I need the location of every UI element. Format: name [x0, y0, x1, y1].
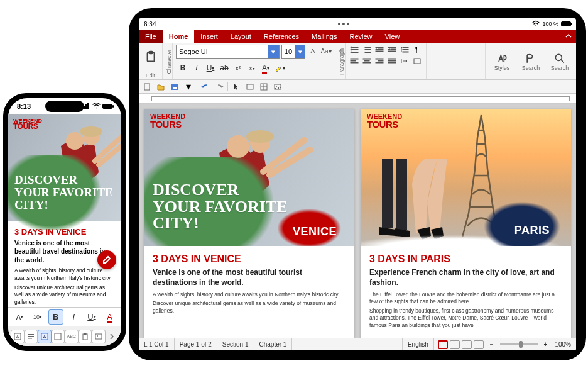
zoom-in-button[interactable]: +: [542, 341, 550, 348]
ribbon-group-paragraph: ¶: [346, 43, 427, 79]
svg-rect-14: [388, 47, 396, 48]
frame-button[interactable]: [52, 330, 65, 343]
tab-review[interactable]: Review: [343, 30, 378, 43]
print-button[interactable]: ▾: [183, 81, 194, 92]
ribbon-group-edit: Edit: [139, 43, 163, 79]
align-left-button[interactable]: [349, 56, 360, 66]
paris-badge: PARIS: [514, 224, 550, 237]
document-page-1: WEEKEND TOURS DISCOVER YOUR FAVORITE CIT…: [144, 109, 354, 338]
edit-fab-button[interactable]: [97, 250, 116, 269]
status-lncol[interactable]: L 1 Col 1: [139, 338, 175, 350]
search-ribbon-button[interactable]: Search: [518, 45, 544, 79]
superscript-button[interactable]: x²: [231, 61, 245, 75]
zoom-slider[interactable]: [500, 343, 538, 345]
italic-button[interactable]: I: [66, 309, 81, 325]
highlight-button[interactable]: ▾: [273, 61, 286, 75]
italic-button[interactable]: I: [190, 61, 204, 75]
paragraph-button[interactable]: [24, 330, 38, 343]
picture-tool-button[interactable]: [272, 81, 283, 92]
status-chapter[interactable]: Chapter 1: [254, 338, 293, 350]
page1-body: 3 DAYS IN VENICE Venice is one of the mo…: [144, 246, 354, 323]
tab-view[interactable]: View: [379, 30, 406, 43]
document-area[interactable]: WEEKEND TOURS DISCOVER YOUR FAVORITE CIT…: [139, 104, 576, 338]
search-glass-button[interactable]: Search: [547, 45, 573, 79]
shrink-font-button[interactable]: [307, 45, 318, 57]
phone-screen: 8:13 WEEKEND: [8, 98, 121, 346]
numbering-button[interactable]: [361, 45, 373, 55]
text-style-button[interactable]: A: [11, 330, 24, 343]
justify-button[interactable]: [386, 56, 398, 66]
status-page[interactable]: Page 1 of 2: [175, 338, 217, 350]
view-mode-normal[interactable]: [438, 340, 448, 349]
svg-rect-26: [376, 59, 383, 59]
view-mode-master[interactable]: [450, 340, 460, 349]
new-doc-button[interactable]: [141, 81, 153, 92]
view-mode-outline[interactable]: [462, 340, 472, 349]
align-right-button[interactable]: [374, 56, 385, 66]
case-button[interactable]: Aa▾: [320, 45, 332, 57]
styles-button[interactable]: Styles: [489, 45, 515, 79]
battery-icon: [561, 21, 571, 26]
redo-button[interactable]: [214, 81, 225, 92]
tab-home[interactable]: Home: [163, 30, 195, 43]
tab-references[interactable]: References: [258, 30, 305, 43]
subscript-button[interactable]: x₂: [245, 61, 259, 75]
phone-document[interactable]: WEEKEND TOURS DISCOVER YOUR FAVORITE CIT…: [8, 114, 121, 307]
svg-rect-51: [87, 103, 89, 109]
venice-badge: VENICE: [293, 225, 337, 238]
paste-button[interactable]: [142, 45, 160, 69]
font-name-select[interactable]: Segoe UI▾: [176, 45, 280, 59]
undo-button[interactable]: [200, 81, 211, 92]
clipboard-button[interactable]: [79, 330, 92, 343]
pilcrow-button[interactable]: ¶: [411, 45, 423, 55]
phone-notch: [45, 101, 84, 112]
phone-time: 8:13: [17, 103, 31, 110]
svg-rect-28: [376, 62, 383, 63]
font-color-button[interactable]: A: [102, 309, 117, 325]
zoom-level[interactable]: 100%: [550, 338, 576, 350]
increase-indent-button[interactable]: [386, 45, 398, 55]
table-tool-button[interactable]: [258, 81, 270, 92]
insert-image-button[interactable]: [92, 330, 106, 343]
underline-button[interactable]: U▾: [204, 61, 217, 75]
open-button[interactable]: [155, 81, 166, 92]
tab-file[interactable]: File: [139, 30, 163, 43]
tab-mailings[interactable]: Mailings: [305, 30, 343, 43]
strikethrough-button[interactable]: ab: [217, 61, 231, 75]
linespacing-button[interactable]: [399, 45, 410, 55]
tab-layout[interactable]: Layout: [224, 30, 258, 43]
svg-rect-58: [28, 336, 34, 337]
svg-rect-29: [388, 59, 396, 59]
svg-rect-8: [365, 47, 371, 48]
bold-button[interactable]: B: [48, 309, 63, 325]
font-color-button[interactable]: A▾: [259, 61, 273, 75]
bullets-button[interactable]: [349, 45, 360, 55]
pointer-tool-button[interactable]: [231, 81, 242, 92]
decrease-indent-button[interactable]: [374, 45, 385, 55]
page1-title: 3 DAYS IN VENICE: [153, 252, 346, 266]
align-center-button[interactable]: [361, 56, 373, 66]
tabs-button[interactable]: [399, 56, 410, 66]
status-section[interactable]: Section 1: [217, 338, 254, 350]
borders-button[interactable]: [411, 56, 423, 66]
insert-object-button[interactable]: [244, 81, 256, 92]
bold-button[interactable]: B: [176, 61, 190, 75]
font-size-button[interactable]: 10▾: [30, 309, 45, 325]
zoom-out-button[interactable]: −: [487, 341, 496, 348]
character-box-button[interactable]: A: [38, 330, 52, 343]
status-language[interactable]: English: [403, 338, 434, 350]
more-tools-button[interactable]: [106, 330, 119, 343]
underline-button[interactable]: U▾: [84, 309, 99, 325]
tablet-device: 6:34 ••• 100 % File Home Insert Layout R…: [129, 8, 586, 360]
collapse-ribbon-button[interactable]: [561, 30, 576, 43]
font-style-button[interactable]: A▾: [12, 309, 27, 325]
svg-rect-50: [85, 104, 87, 109]
horizontal-ruler[interactable]: [139, 94, 576, 104]
view-mode-object[interactable]: [474, 340, 484, 349]
save-button[interactable]: [169, 81, 180, 92]
svg-rect-17: [403, 47, 408, 48]
font-size-select[interactable]: 10▾: [281, 45, 305, 59]
abc-button[interactable]: ABC: [65, 330, 79, 343]
tab-insert[interactable]: Insert: [194, 30, 224, 43]
hero-headline: DISCOVER YOUR FAVORITE CITY!: [14, 174, 113, 211]
